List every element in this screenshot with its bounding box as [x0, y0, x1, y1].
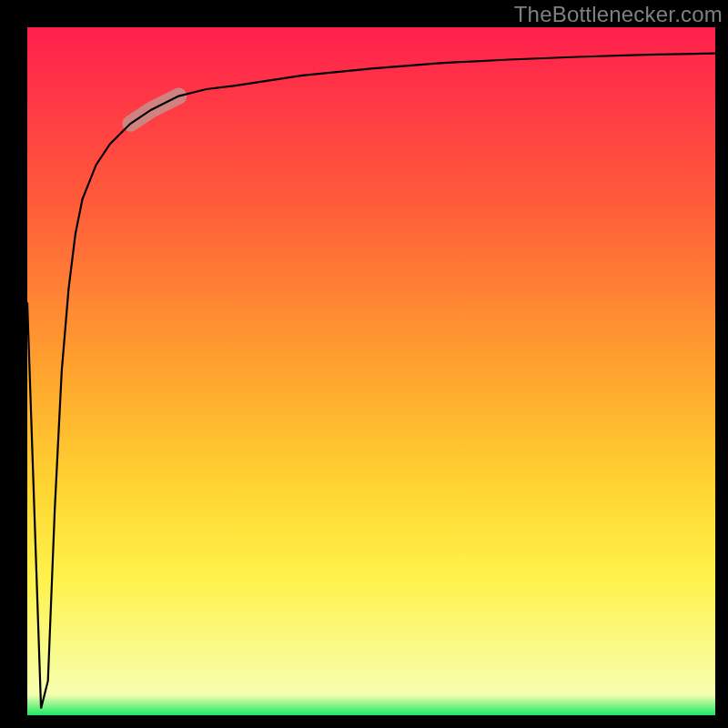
curve-layer — [27, 27, 715, 715]
bottleneck-curve — [27, 54, 715, 709]
plot-area — [27, 27, 715, 715]
chart-container: TheBottlenecker.com — [0, 0, 728, 728]
watermark-text: TheBottlenecker.com — [514, 2, 723, 27]
